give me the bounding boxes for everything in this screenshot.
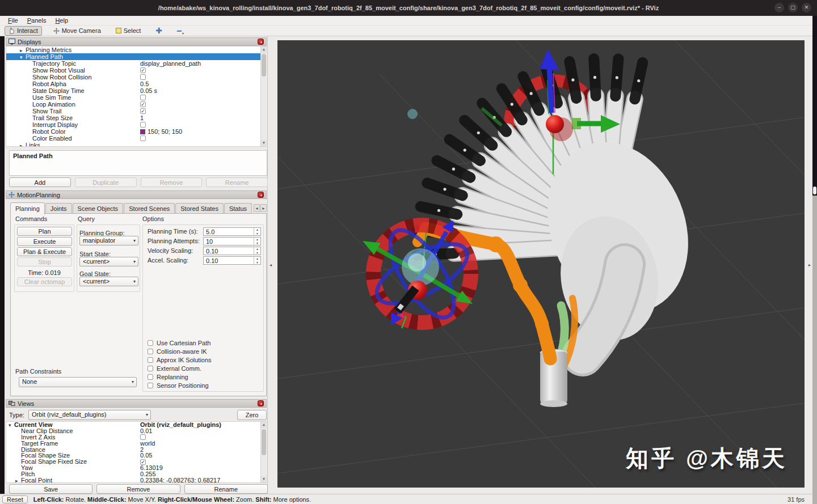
velocity-scaling-spinbox[interactable]: 0.10▲▼ xyxy=(203,247,261,255)
close-icon[interactable] xyxy=(258,192,264,198)
tool-add-tool[interactable]: ✚ xyxy=(152,26,166,36)
displays-row-color-enabled[interactable]: Color Enabled xyxy=(6,135,266,142)
checkbox[interactable] xyxy=(140,74,146,80)
views-row-current-view[interactable]: ▾Current ViewOrbit (rviz_default_plugins… xyxy=(6,422,266,428)
plan-button[interactable]: Plan xyxy=(17,227,72,236)
tab-stored-states[interactable]: Stored States xyxy=(175,203,224,214)
checkbox[interactable] xyxy=(148,366,153,371)
checkbox[interactable] xyxy=(140,135,146,141)
chevron-down-icon[interactable]: ▾ xyxy=(9,422,14,428)
tab-planning[interactable]: Planning xyxy=(10,202,45,215)
displays-row-show-trail[interactable]: Show Trail✓ xyxy=(6,108,266,115)
checkbox[interactable] xyxy=(148,357,153,363)
reset-button[interactable]: Reset xyxy=(2,495,28,503)
tool-remove-tool[interactable]: ━▾ xyxy=(174,26,187,36)
displays-row-show-robot-visual[interactable]: Show Robot Visual✓ xyxy=(6,67,266,74)
clear-octomap-button[interactable]: Clear octomap xyxy=(17,277,72,286)
close-icon[interactable] xyxy=(258,39,264,45)
displays-row-interrupt-display[interactable]: Interrupt Display xyxy=(6,121,266,128)
chevron-down-icon[interactable]: ▾ xyxy=(20,54,26,60)
displays-row-use-sim-time[interactable]: Use Sim Time xyxy=(6,94,266,101)
displays-row-loop-animation[interactable]: Loop Animation✓ xyxy=(6,101,266,108)
views-row-distance[interactable]: Distance2 xyxy=(6,447,266,453)
displays-row-trail-step-size[interactable]: Trail Step Size1 xyxy=(6,115,266,121)
remove-button[interactable]: Remove xyxy=(96,484,180,494)
splitter-collapse-right[interactable]: ▸ xyxy=(808,262,811,268)
tab-scroll-right-icon[interactable]: ▸ xyxy=(260,204,267,212)
close-icon[interactable] xyxy=(258,400,264,406)
remove-button[interactable]: Remove xyxy=(141,177,203,187)
execute-button[interactable]: Execute xyxy=(17,237,72,246)
checkbox[interactable] xyxy=(140,95,146,100)
duplicate-button[interactable]: Duplicate xyxy=(75,177,137,187)
stop-button[interactable]: Stop xyxy=(17,257,72,266)
displays-row-links[interactable]: ▸Links xyxy=(6,142,266,147)
checkbox[interactable] xyxy=(140,434,146,440)
option-checkbox-external-comm[interactable]: External Comm. xyxy=(148,365,201,372)
chevron-right-icon[interactable]: ▸ xyxy=(20,47,26,53)
tab-scroll-left-icon[interactable]: ◂ xyxy=(254,204,260,212)
right-edge-scroll-track[interactable] xyxy=(812,196,817,504)
scrollbar-thumb[interactable] xyxy=(262,54,266,77)
splitter-collapse-left[interactable]: ◂ xyxy=(269,262,272,268)
path-constraints-combo[interactable]: None▾ xyxy=(19,377,137,387)
displays-row-show-robot-collision[interactable]: Show Robot Collision xyxy=(6,74,266,81)
add-button[interactable]: Add xyxy=(9,177,71,187)
tool-interact[interactable]: Interact xyxy=(5,26,42,36)
option-checkbox-collision-aware-ik[interactable]: Collision-aware IK xyxy=(148,348,207,355)
close-window-icon[interactable]: ✕ xyxy=(802,3,811,12)
displays-row-planned-path[interactable]: ▾Planned Path xyxy=(6,53,266,60)
views-row-focal-point[interactable]: ▸Focal Point0.23384; -0.082763; 0.68217 xyxy=(6,477,266,483)
zero-button[interactable]: Zero xyxy=(237,410,267,420)
title-bar[interactable]: /home/abake/ws_kinova_rolling/install/ki… xyxy=(0,0,817,16)
spin-down-icon[interactable]: ▼ xyxy=(254,251,260,255)
checkbox[interactable] xyxy=(148,374,153,380)
views-scrollbar[interactable]: ▲ ▼ xyxy=(260,422,267,482)
views-row-focal-shape-size[interactable]: Focal Shape Size0.05 xyxy=(6,452,266,459)
minimize-window-icon[interactable]: – xyxy=(774,3,784,12)
views-panel-header[interactable]: Views xyxy=(6,399,267,408)
view-type-combo[interactable]: Orbit (rviz_default_plugins)▾ xyxy=(28,410,151,420)
menu-help[interactable]: Help xyxy=(50,17,73,24)
checkbox[interactable] xyxy=(140,122,146,128)
scroll-up-icon[interactable]: ▲ xyxy=(261,46,267,53)
displays-row-planning-metrics[interactable]: ▸Planning Metrics xyxy=(6,46,266,53)
option-checkbox-replanning[interactable]: Replanning xyxy=(148,373,188,381)
tab-stored-scenes[interactable]: Stored Scenes xyxy=(124,203,175,214)
tab-joints[interactable]: Joints xyxy=(45,203,72,214)
planning-time-s-spinbox[interactable]: 5.0▲▼ xyxy=(203,227,261,236)
tab-scene-objects[interactable]: Scene Objects xyxy=(73,203,124,214)
spin-down-icon[interactable]: ▼ xyxy=(254,242,260,245)
tab-status[interactable]: Status xyxy=(224,203,252,214)
displays-panel-header[interactable]: Displays xyxy=(6,37,267,46)
planning-attempts-spinbox[interactable]: 10▲▼ xyxy=(203,237,261,245)
option-checkbox-approx-ik-solutions[interactable]: Approx IK Solutions xyxy=(148,356,212,364)
3d-viewport[interactable]: 知乎 @木锦天 xyxy=(277,40,805,488)
chevron-right-icon[interactable]: ▸ xyxy=(15,478,21,483)
checkbox[interactable]: ✓ xyxy=(140,108,146,114)
checkbox[interactable]: ✓ xyxy=(140,101,146,107)
scrollbar-thumb[interactable] xyxy=(262,429,266,455)
scroll-down-icon[interactable]: ▼ xyxy=(261,476,267,482)
views-row-pitch[interactable]: Pitch0.255 xyxy=(6,471,266,477)
plan-and-execute-button[interactable]: Plan & Execute xyxy=(17,247,72,256)
menu-file[interactable]: File xyxy=(3,17,23,24)
accel-scaling-spinbox[interactable]: 0.10▲▼ xyxy=(203,256,261,265)
displays-row-robot-color[interactable]: Robot Color150; 50; 150 xyxy=(6,128,266,135)
checkbox[interactable] xyxy=(148,383,153,388)
spin-down-icon[interactable]: ▼ xyxy=(254,232,260,236)
checkbox[interactable]: ✓ xyxy=(140,67,146,73)
displays-row-state-display-time[interactable]: State Display Time0.05 s xyxy=(6,87,266,94)
displays-scrollbar[interactable]: ▲ ▼ xyxy=(260,46,267,146)
option-checkbox-sensor-positioning[interactable]: Sensor Positioning xyxy=(148,382,209,389)
views-row-target-frame[interactable]: Target Frameworld xyxy=(6,441,266,447)
spin-down-icon[interactable]: ▼ xyxy=(254,261,260,265)
menu-panels[interactable]: Panels xyxy=(23,17,51,24)
checkbox[interactable] xyxy=(148,349,153,354)
views-row-near-clip-distance[interactable]: Near Clip Distance0.01 xyxy=(6,428,266,434)
views-row-invert-z-axis[interactable]: Invert Z Axis xyxy=(6,434,266,441)
rename-button[interactable]: Rename xyxy=(184,484,268,494)
displays-row-trajectory-topic[interactable]: Trajectory Topicdisplay_planned_path xyxy=(6,60,266,67)
maximize-window-icon[interactable]: ▢ xyxy=(788,3,798,12)
tool-select[interactable]: Select xyxy=(112,26,145,36)
